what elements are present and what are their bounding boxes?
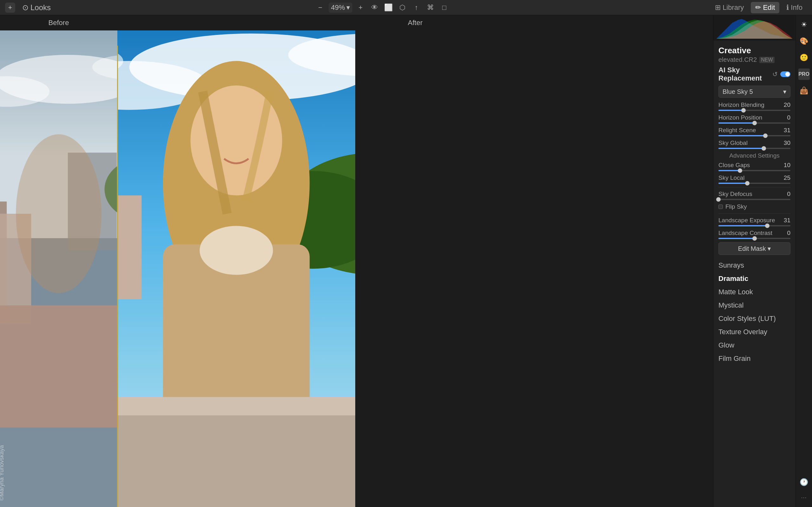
close-gaps-track[interactable] (718, 170, 791, 171)
palette-icon[interactable]: 🎨 (798, 36, 810, 47)
menu-item-mystical[interactable]: Mystical (718, 299, 791, 312)
info-tab[interactable]: ℹ Info (782, 2, 807, 13)
photo-after (117, 31, 713, 507)
looks-icon: ⊙ (22, 3, 29, 12)
panel-subtitle: elevated.CR2 NEW (718, 56, 791, 63)
eye-icon: 👁 (371, 3, 378, 12)
crop-icon: ⬡ (399, 3, 405, 12)
zoom-minus-button[interactable]: − (315, 2, 326, 13)
sky-local-track[interactable] (718, 183, 791, 184)
sky-dropdown[interactable]: Blue Sky 5 ▾ (718, 86, 791, 98)
sky-defocus-label-row: Sky Defocus 0 (718, 190, 791, 198)
label-row: Horizon Blending 20 (718, 102, 791, 108)
divider-1 (718, 187, 791, 187)
horizon-position-slider[interactable]: Horizon Position 0 (718, 114, 791, 124)
panel-content[interactable]: Creative elevated.CR2 NEW AI Sky Replace… (713, 41, 796, 507)
share-button[interactable]: ↑ (411, 2, 422, 13)
module-header: AI Sky Replacement ↺ (718, 66, 791, 82)
crop-button[interactable]: ⬡ (397, 2, 408, 13)
menu-item-texture-overlay[interactable]: Texture Overlay (718, 325, 791, 339)
label-row: Sky Global 30 (718, 139, 791, 147)
horizon-blending-slider[interactable]: Horizon Blending 20 (718, 102, 791, 111)
sky-global-slider[interactable]: Sky Global 30 (718, 139, 791, 149)
landscape-contrast-track[interactable] (718, 238, 791, 239)
compare-button[interactable]: ⬜ (383, 2, 394, 13)
clock-icon[interactable]: 🕐 (798, 476, 810, 488)
sky-local-slider[interactable]: Sky Local 25 (718, 174, 791, 184)
bag-icon[interactable]: 👜 (798, 85, 810, 96)
edit-icon: ✏ (755, 3, 761, 12)
menu-item-glow[interactable]: Glow (718, 339, 791, 352)
library-icon: ⊞ (715, 3, 721, 12)
before-after-divider[interactable] (117, 46, 118, 507)
landscape-contrast-slider[interactable]: Landscape Contrast 0 (718, 230, 791, 239)
landscape-exposure-slider[interactable]: Landscape Exposure 31 (718, 217, 791, 226)
sky-defocus-slider[interactable]: Sky Defocus 0 (718, 190, 791, 200)
menu-items-container: SunraysDramaticMatte LookMysticalColor S… (718, 259, 791, 365)
flip-sky-row: Flip Sky (718, 203, 791, 210)
before-label: Before (0, 19, 117, 27)
preview-button[interactable]: 👁 (369, 2, 380, 13)
sky-local-label-row: Sky Local 25 (718, 174, 791, 181)
histogram-chart (716, 16, 793, 39)
window-icon: □ (442, 3, 446, 12)
sky-local-label: Sky Local (718, 174, 745, 181)
histogram-area (713, 15, 796, 41)
svg-point-28 (200, 226, 273, 275)
window-button[interactable]: □ (439, 2, 450, 13)
sliders-container: Horizon Blending 20 Horizon Position 0 R… (718, 102, 791, 149)
main-area: Before After (0, 15, 812, 507)
after-label: After (117, 19, 713, 27)
sky-local-value: 25 (784, 174, 791, 181)
face-icon[interactable]: 🙂 (798, 52, 810, 63)
new-badge: NEW (759, 57, 774, 63)
sky-defocus-track[interactable] (718, 199, 791, 200)
reset-button[interactable]: ↺ (772, 70, 778, 78)
share-icon: ↑ (415, 3, 418, 12)
dropdown-chevron: ▾ (783, 88, 786, 96)
more-icon[interactable]: ··· (798, 492, 810, 503)
chevron-down-icon: ▾ (346, 3, 350, 12)
close-gaps-slider[interactable]: Close Gaps 10 (718, 162, 791, 171)
flip-sky-checkbox[interactable] (718, 205, 723, 209)
before-after-labels: Before After (0, 15, 713, 31)
menu-item-dramatic[interactable]: Dramatic (718, 272, 791, 285)
minus-icon: − (318, 3, 322, 12)
menu-item-sunrays[interactable]: Sunrays (718, 259, 791, 272)
plus-icon: + (8, 3, 12, 12)
looks-button[interactable]: ⊙ Looks (19, 2, 54, 13)
library-tab[interactable]: ⊞ Library (710, 2, 748, 13)
zoom-plus-button[interactable]: + (355, 2, 366, 13)
divider-2 (718, 213, 791, 214)
svg-rect-24 (117, 195, 142, 299)
module-toggle[interactable] (780, 71, 791, 77)
advanced-settings-label[interactable]: Advanced Settings (718, 152, 791, 159)
edit-tab[interactable]: ✏ Edit (751, 2, 779, 13)
menu-item-color-styles-lut[interactable]: Color Styles (LUT) (718, 312, 791, 325)
info-icon: ℹ (786, 3, 789, 12)
landscape-exposure-track[interactable] (718, 225, 791, 226)
svg-rect-11 (0, 305, 117, 428)
relight-scene-slider[interactable]: Relight Scene 31 (718, 127, 791, 136)
panel-title: Creative (718, 46, 791, 55)
toolbar-center: − 49% ▾ + 👁 ⬜ ⬡ ↑ ⌘ □ (315, 2, 450, 13)
compare-icon: ⬜ (384, 3, 393, 12)
edit-mask-button[interactable]: Edit Mask ▾ (718, 242, 791, 255)
before-photo-svg (0, 31, 117, 507)
add-button[interactable]: + (5, 3, 15, 13)
zoom-control[interactable]: 49% ▾ (329, 3, 353, 13)
pro-label[interactable]: PRO (798, 68, 810, 80)
keyboard-icon: ⌘ (427, 3, 434, 12)
right-panel: Creative elevated.CR2 NEW AI Sky Replace… (713, 15, 796, 507)
landscape-exposure-label-row: Landscape Exposure 31 (718, 217, 791, 224)
after-photo-svg (117, 31, 355, 507)
landscape-contrast-label-row: Landscape Contrast 0 (718, 230, 791, 236)
menu-item-film-grain[interactable]: Film Grain (718, 352, 791, 365)
module-title: AI Sky Replacement (718, 66, 772, 82)
canvas-area: Before After (0, 15, 713, 507)
sun-icon[interactable]: ☀ (798, 19, 810, 31)
plus-zoom-icon: + (359, 3, 363, 12)
menu-item-matte-look[interactable]: Matte Look (718, 285, 791, 299)
keyboard-button[interactable]: ⌘ (425, 2, 436, 13)
module-controls: ↺ (772, 70, 791, 78)
